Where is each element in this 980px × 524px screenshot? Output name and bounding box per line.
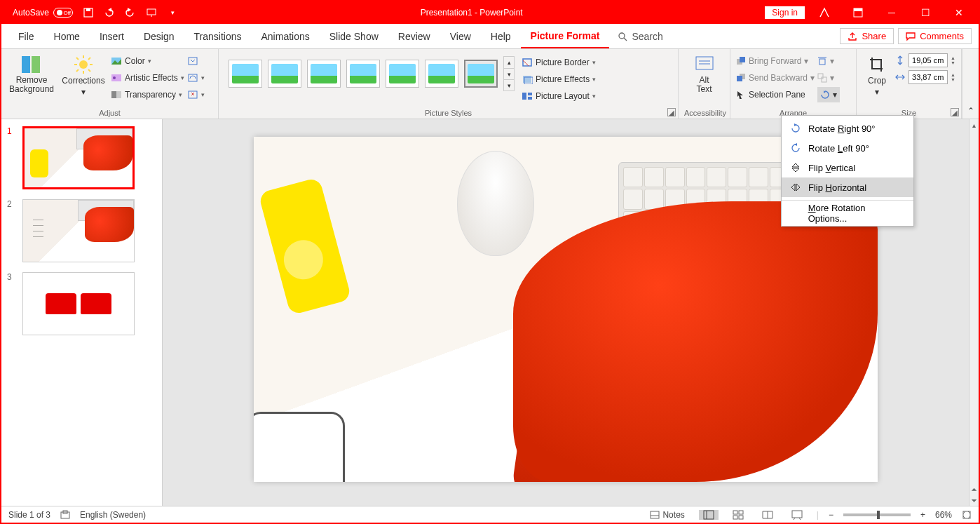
width-input-row: ▲▼ <box>894 70 955 84</box>
style-item[interactable] <box>346 60 380 88</box>
width-up[interactable]: ▲ <box>951 72 955 77</box>
reset-picture-button[interactable]: ▾ <box>187 87 205 102</box>
gallery-more-button[interactable]: ▾ <box>504 79 514 90</box>
accessibility-checker-icon[interactable] <box>60 510 70 520</box>
svg-line-15 <box>76 58 79 60</box>
tab-view[interactable]: View <box>440 24 481 48</box>
rotate-button[interactable]: ▾ <box>817 87 840 102</box>
style-item-selected[interactable] <box>464 60 498 88</box>
tab-transitions[interactable]: Transitions <box>184 24 252 48</box>
gallery-up-button[interactable]: ▴ <box>504 57 514 68</box>
sorter-view-button[interactable] <box>728 510 748 520</box>
zoom-out-button[interactable]: − <box>829 510 833 520</box>
present-icon[interactable] <box>146 7 157 18</box>
send-backward-button[interactable]: Send Backward▾ <box>736 70 815 86</box>
change-picture-button[interactable]: ▾ <box>187 70 205 86</box>
compress-button[interactable] <box>187 53 205 69</box>
align-button[interactable]: ▾ <box>817 53 840 69</box>
styles-dialog-launcher[interactable]: ◢ <box>667 108 676 116</box>
tab-picture-format[interactable]: Picture Format <box>521 24 610 48</box>
fit-to-window-button[interactable] <box>962 510 972 520</box>
tab-design[interactable]: Design <box>134 24 184 48</box>
slide-thumbnail-3[interactable] <box>22 272 135 335</box>
transparency-button[interactable]: Transparency▾ <box>111 87 184 102</box>
height-down[interactable]: ▼ <box>951 60 955 65</box>
slideshow-view-button[interactable] <box>787 510 807 520</box>
next-slide-button[interactable]: ⏷ <box>969 495 979 506</box>
tab-slideshow[interactable]: Slide Show <box>320 24 388 48</box>
signin-button[interactable]: Sign in <box>765 6 805 19</box>
zoom-slider[interactable] <box>843 513 911 516</box>
size-dialog-launcher[interactable]: ◢ <box>951 108 959 116</box>
slide-thumbnail-2[interactable]: ———————————— <box>22 199 135 262</box>
picture-styles-gallery[interactable]: ▴ ▾ ▾ <box>224 52 519 95</box>
tab-home[interactable]: Home <box>44 24 90 48</box>
search-box[interactable]: Search <box>618 31 662 42</box>
selection-pane-button[interactable]: Selection Pane <box>736 87 815 102</box>
statusbar: Slide 1 of 3 English (Sweden) Notes | − … <box>1 506 979 523</box>
collapse-ribbon-button[interactable]: ⌃ <box>962 49 979 119</box>
picture-effects-button[interactable]: Picture Effects▾ <box>522 72 596 87</box>
coming-soon-icon[interactable] <box>810 1 838 24</box>
rotate-right-item[interactable]: Rotate Right 90° <box>782 119 913 138</box>
autosave-toggle[interactable]: AutoSave Off <box>13 8 73 18</box>
style-item[interactable] <box>307 60 341 88</box>
remove-background-button[interactable]: Remove Background <box>7 52 56 94</box>
tab-file[interactable]: File <box>8 24 44 48</box>
prev-slide-button[interactable]: ⏶ <box>969 483 979 495</box>
qat-more-icon[interactable]: ▾ <box>167 7 178 18</box>
notes-button[interactable]: Notes <box>646 510 688 520</box>
width-input[interactable] <box>908 70 948 84</box>
tab-review[interactable]: Review <box>388 24 440 48</box>
scroll-up-button[interactable]: ▴ <box>969 119 979 130</box>
gallery-down-button[interactable]: ▾ <box>504 68 514 79</box>
undo-icon[interactable] <box>104 7 115 18</box>
color-button[interactable]: Color▾ <box>111 53 184 69</box>
crop-button[interactable]: Crop ▾ <box>862 52 892 97</box>
save-icon[interactable] <box>83 7 94 18</box>
svg-rect-50 <box>733 511 737 514</box>
alt-text-button[interactable]: Alt Text <box>684 52 724 94</box>
share-button[interactable]: Share <box>840 28 894 44</box>
close-button[interactable]: ✕ <box>945 1 973 24</box>
tab-insert[interactable]: Insert <box>90 24 134 48</box>
rotate-left-item[interactable]: Rotate Left 90° <box>782 138 913 158</box>
redo-icon[interactable] <box>125 7 136 18</box>
picture-layout-button[interactable]: Picture Layout▾ <box>522 88 596 104</box>
tab-animations[interactable]: Animations <box>251 24 319 48</box>
minimize-button[interactable]: ─ <box>878 1 906 24</box>
zoom-in-button[interactable]: + <box>920 510 925 520</box>
group-accessibility-label: Accessibility <box>684 109 724 119</box>
style-item[interactable] <box>268 60 301 88</box>
height-input[interactable] <box>908 53 948 67</box>
bring-forward-button[interactable]: Bring Forward▾ <box>736 53 815 69</box>
comments-button[interactable]: Comments <box>898 28 972 44</box>
flip-horizontal-item[interactable]: Flip Horizontal <box>782 177 913 197</box>
transparency-icon <box>111 90 122 100</box>
artistic-effects-button[interactable]: Artistic Effects▾ <box>111 70 184 86</box>
ribbon-display-icon[interactable] <box>844 1 872 24</box>
group-button[interactable]: ▾ <box>817 70 840 86</box>
style-item[interactable] <box>229 60 262 88</box>
style-item[interactable] <box>386 60 419 88</box>
slide-counter[interactable]: Slide 1 of 3 <box>8 510 50 520</box>
reading-view-button[interactable] <box>758 510 777 520</box>
normal-view-button[interactable] <box>699 510 719 520</box>
color-label: Color <box>125 56 145 66</box>
style-item[interactable] <box>425 60 458 88</box>
picture-border-button[interactable]: Picture Border▾ <box>522 55 596 70</box>
more-rotation-item[interactable]: More Rotation Options... <box>782 203 913 223</box>
slide-panel[interactable]: 1 2 ———————————— 3 <box>1 119 163 506</box>
corrections-button[interactable]: Corrections ▾ <box>59 52 108 97</box>
autosave-switch[interactable]: Off <box>53 8 73 18</box>
language-status[interactable]: English (Sweden) <box>80 510 146 520</box>
height-up[interactable]: ▲ <box>951 55 955 60</box>
width-down[interactable]: ▼ <box>951 77 955 82</box>
autosave-label: AutoSave <box>13 8 49 18</box>
slide-thumbnail-1[interactable] <box>22 126 135 189</box>
zoom-level[interactable]: 66% <box>935 510 952 520</box>
tab-help[interactable]: Help <box>481 24 521 48</box>
vertical-scrollbar[interactable]: ▴ ⏶ ⏷ <box>969 119 979 506</box>
maximize-button[interactable]: ☐ <box>911 1 939 24</box>
flip-vertical-item[interactable]: Flip Vertical <box>782 158 913 177</box>
